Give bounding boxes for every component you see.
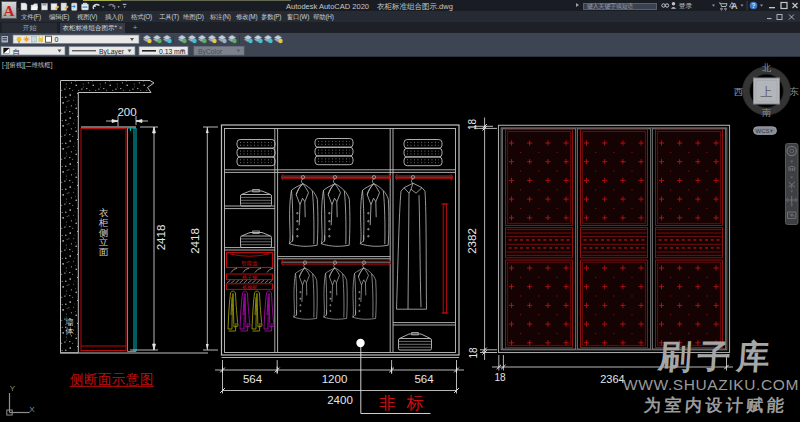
svg-text:墙体: 墙体 bbox=[64, 317, 74, 336]
svg-text:Y: Y bbox=[10, 384, 16, 393]
svg-text:侧断面示意图: 侧断面示意图 bbox=[70, 372, 154, 387]
svg-text:?: ? bbox=[752, 2, 756, 9]
svg-text:为室内设计赋能: 为室内设计赋能 bbox=[643, 396, 788, 415]
svg-text:格子抽: 格子抽 bbox=[241, 274, 257, 281]
svg-text:非标: 非标 bbox=[379, 394, 424, 413]
svg-text:裤抽屉: 裤抽屉 bbox=[242, 284, 257, 291]
svg-text:2382: 2382 bbox=[466, 228, 478, 254]
svg-text:2400: 2400 bbox=[327, 394, 353, 406]
svg-text:18: 18 bbox=[467, 119, 478, 131]
svg-text:ByColor: ByColor bbox=[198, 48, 223, 56]
svg-text:东: 东 bbox=[789, 86, 799, 97]
svg-text:18: 18 bbox=[468, 347, 479, 359]
svg-text:登录: 登录 bbox=[679, 2, 693, 10]
svg-text:WCS: WCS bbox=[756, 128, 770, 134]
svg-text:南: 南 bbox=[762, 107, 772, 118]
svg-text:西: 西 bbox=[734, 86, 744, 97]
svg-text:白: 白 bbox=[13, 48, 20, 56]
svg-text:200: 200 bbox=[117, 106, 136, 118]
svg-text:ByLayer: ByLayer bbox=[99, 48, 125, 56]
svg-text:2418: 2418 bbox=[189, 228, 201, 254]
svg-text:[-][俯视][二维线框]: [-][俯视][二维线框] bbox=[2, 61, 53, 69]
svg-text:上: 上 bbox=[761, 85, 773, 99]
svg-text:1200: 1200 bbox=[322, 373, 348, 385]
svg-text:18: 18 bbox=[494, 372, 506, 383]
svg-text:2364: 2364 bbox=[600, 373, 624, 385]
svg-text:WWW.SHUAZIKU.COM: WWW.SHUAZIKU.COM bbox=[623, 376, 799, 393]
svg-text:2418: 2418 bbox=[155, 225, 167, 251]
svg-text:X: X bbox=[29, 405, 35, 414]
svg-text:刷子库: 刷子库 bbox=[656, 338, 777, 375]
svg-text:564: 564 bbox=[414, 373, 434, 385]
svg-text:北: 北 bbox=[762, 62, 772, 73]
svg-text:智能盒: 智能盒 bbox=[241, 260, 258, 267]
svg-text:0: 0 bbox=[55, 36, 59, 43]
svg-text:564: 564 bbox=[243, 373, 263, 385]
svg-text:衣柜侧立面: 衣柜侧立面 bbox=[98, 207, 109, 257]
